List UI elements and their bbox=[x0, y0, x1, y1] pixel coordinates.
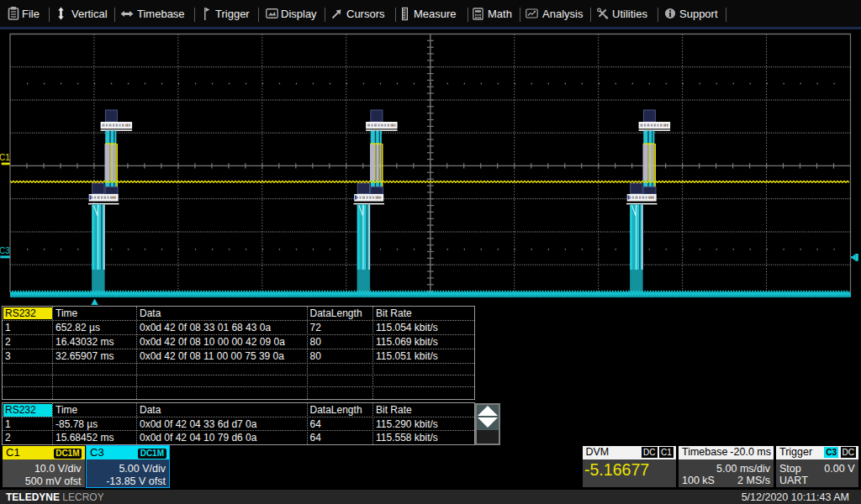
svg-text:C3: C3 bbox=[0, 246, 10, 255]
svg-text:C1: C1 bbox=[0, 153, 10, 162]
